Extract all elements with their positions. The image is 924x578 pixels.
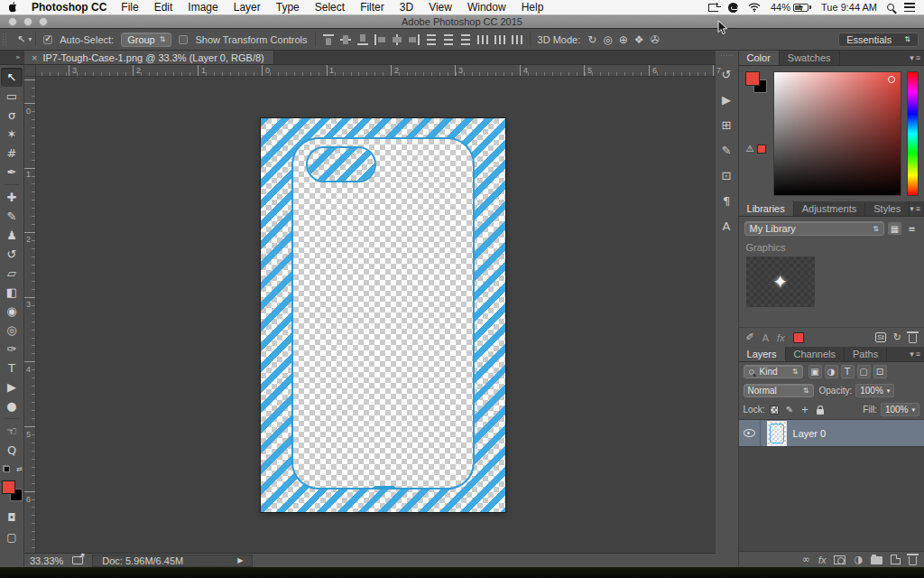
align-top-edges-icon[interactable] bbox=[323, 34, 334, 45]
panel-menu-icon[interactable]: ▾≡ bbox=[910, 347, 924, 361]
filter-smart-objects-icon[interactable]: ⊡ bbox=[873, 365, 887, 378]
status-options-arrow-icon[interactable]: ▶ bbox=[237, 556, 243, 564]
trash-icon[interactable] bbox=[909, 334, 917, 343]
panel-tab[interactable]: Adjustments bbox=[794, 201, 866, 216]
panel-menu-icon[interactable]: ▾≡ bbox=[910, 51, 924, 65]
type-tool[interactable]: T bbox=[1, 359, 23, 378]
quick-mask-icon[interactable]: ◘ bbox=[7, 511, 16, 524]
lock-all-icon[interactable] bbox=[814, 404, 826, 415]
panel-tab[interactable]: Channels bbox=[786, 347, 845, 361]
distribute-left-edges-icon[interactable] bbox=[477, 34, 488, 45]
blur-tool[interactable]: ◉ bbox=[1, 302, 23, 321]
distribute-right-edges-icon[interactable] bbox=[512, 34, 522, 45]
panel-tab[interactable]: Layers bbox=[739, 347, 786, 361]
add-graphic-icon[interactable]: ✐ bbox=[746, 331, 754, 343]
lock-position-icon[interactable]: + bbox=[799, 404, 810, 415]
menu-item[interactable]: Type bbox=[276, 1, 300, 14]
add-layer-mask-icon[interactable] bbox=[834, 555, 845, 564]
spot-healing-brush-tool[interactable]: ✚ bbox=[1, 188, 23, 207]
history-brush-tool[interactable]: ↺ bbox=[1, 245, 23, 264]
panel-strip-handle[interactable] bbox=[720, 54, 733, 58]
menu-item[interactable]: Filter bbox=[360, 1, 384, 14]
active-app-name[interactable]: Photoshop CC bbox=[32, 1, 106, 14]
tools-panel-collapse[interactable]: » bbox=[0, 51, 23, 65]
menu-item[interactable]: Window bbox=[467, 1, 506, 14]
swap-colors-icon[interactable]: ⇄ bbox=[16, 465, 23, 473]
3d-pan-icon[interactable]: ⊕ bbox=[619, 33, 628, 46]
lasso-tool[interactable]: σ bbox=[1, 106, 23, 125]
paint-bucket-tool[interactable]: ◧ bbox=[1, 283, 23, 302]
panel-tab[interactable]: Paths bbox=[845, 347, 887, 361]
distribute-top-edges-icon[interactable] bbox=[426, 34, 437, 45]
hand-tool[interactable]: ☜ bbox=[1, 422, 23, 441]
panel-tab[interactable]: Swatches bbox=[780, 51, 840, 65]
blend-mode-dropdown[interactable]: Normal ⇅ bbox=[744, 384, 814, 397]
close-button[interactable] bbox=[8, 17, 17, 26]
filter-type-layers-icon[interactable]: T bbox=[841, 365, 855, 378]
notification-center-icon[interactable] bbox=[904, 3, 915, 12]
actions-panel-icon[interactable]: ▶ bbox=[716, 89, 736, 110]
panel-tab[interactable]: Color bbox=[739, 51, 780, 65]
3d-camera-icon[interactable]: ✇ bbox=[651, 33, 660, 46]
new-adjustment-layer-icon[interactable]: ◑ bbox=[854, 554, 863, 565]
library-graphic-thumbnail[interactable]: ✦ bbox=[746, 256, 815, 307]
saturation-brightness-field[interactable] bbox=[773, 71, 901, 196]
workspace-switcher[interactable]: Essentials ⇅ bbox=[838, 33, 919, 47]
lock-image-pixels-icon[interactable]: ✎ bbox=[783, 404, 795, 415]
align-left-edges-icon[interactable] bbox=[374, 34, 385, 45]
brush-tool[interactable]: ✎ bbox=[1, 207, 23, 226]
canvas-viewport[interactable] bbox=[36, 77, 716, 553]
delete-layer-icon[interactable] bbox=[909, 556, 917, 565]
window-title-bar[interactable]: Adobe Photoshop CC 2015 bbox=[0, 15, 924, 29]
auto-select-checkbox[interactable] bbox=[43, 35, 52, 44]
device-preview-panel-icon[interactable]: ⊞ bbox=[716, 114, 736, 135]
clone-stamp-tool[interactable]: ♟ bbox=[1, 226, 23, 245]
gamut-warning[interactable]: ⚠ bbox=[746, 144, 766, 154]
battery-indicator[interactable]: 44% ϟ bbox=[771, 2, 811, 13]
show-transform-controls-checkbox[interactable] bbox=[179, 35, 188, 44]
clone-source-panel-icon[interactable]: ⊡ bbox=[716, 164, 736, 186]
panel-tab[interactable]: Styles bbox=[865, 201, 910, 216]
menu-item[interactable]: Image bbox=[188, 1, 217, 14]
paragraph-panel-icon[interactable]: ¶ bbox=[716, 190, 736, 211]
menu-item[interactable]: Select bbox=[315, 1, 345, 14]
library-select[interactable]: My Library ⇅ bbox=[744, 221, 884, 236]
layer-visibility-toggle[interactable] bbox=[739, 420, 761, 446]
3d-slide-icon[interactable]: ❖ bbox=[634, 33, 644, 46]
tool-preset-picker[interactable]: ↖ ▾ bbox=[14, 33, 36, 46]
panel-menu-icon[interactable]: ▾≡ bbox=[910, 201, 924, 216]
menu-item[interactable]: View bbox=[429, 1, 452, 14]
new-group-icon[interactable] bbox=[871, 556, 882, 564]
rectangular-marquee-tool[interactable]: ▭ bbox=[1, 87, 23, 106]
document-tab[interactable]: × IP7-Tough-Case-1.png @ 33.3% (Layer 0,… bbox=[24, 51, 274, 64]
zoom-tool[interactable]: Q bbox=[1, 441, 23, 460]
phone-case-document[interactable] bbox=[261, 118, 505, 512]
options-bar-grip[interactable] bbox=[2, 33, 6, 47]
menu-bar-clock[interactable]: Tue 9:44 AM bbox=[821, 2, 877, 13]
default-colors-icon[interactable] bbox=[3, 465, 10, 472]
filter-adjustment-layers-icon[interactable]: ◑ bbox=[825, 365, 838, 378]
move-tool[interactable]: ↖ bbox=[1, 68, 23, 87]
link-layers-icon[interactable]: ∞ bbox=[802, 554, 810, 565]
path-selection-tool[interactable]: ▶ bbox=[1, 378, 23, 396]
auto-select-dropdown[interactable]: Group ⇅ bbox=[121, 33, 171, 47]
list-view-icon[interactable]: ≡ bbox=[905, 222, 919, 235]
foreground-color-swatch[interactable] bbox=[745, 71, 760, 86]
zoom-button[interactable] bbox=[39, 17, 48, 26]
pen-tool[interactable]: ✑ bbox=[1, 340, 23, 359]
fill-field[interactable]: 100% ▾ bbox=[881, 403, 919, 416]
export-icon[interactable] bbox=[72, 556, 83, 564]
brush-presets-panel-icon[interactable]: ✎ bbox=[716, 139, 736, 161]
align-right-edges-icon[interactable] bbox=[409, 34, 420, 45]
add-fill-color-icon[interactable] bbox=[793, 332, 804, 343]
distribute-bottom-edges-icon[interactable] bbox=[460, 34, 471, 45]
distribute-vertical-centers-icon[interactable] bbox=[443, 34, 454, 45]
menu-item[interactable]: Layer bbox=[234, 1, 261, 14]
layer-style-icon[interactable]: fx bbox=[818, 555, 827, 565]
adobe-stock-icon[interactable]: St bbox=[875, 332, 886, 342]
ruler-origin-corner[interactable] bbox=[24, 65, 36, 77]
document-size-info[interactable]: Doc: 5.96M/6.45M ▶ bbox=[92, 555, 253, 567]
apple-menu-icon[interactable] bbox=[9, 2, 19, 14]
align-bottom-edges-icon[interactable] bbox=[357, 34, 368, 45]
align-vertical-centers-icon[interactable] bbox=[340, 34, 351, 45]
